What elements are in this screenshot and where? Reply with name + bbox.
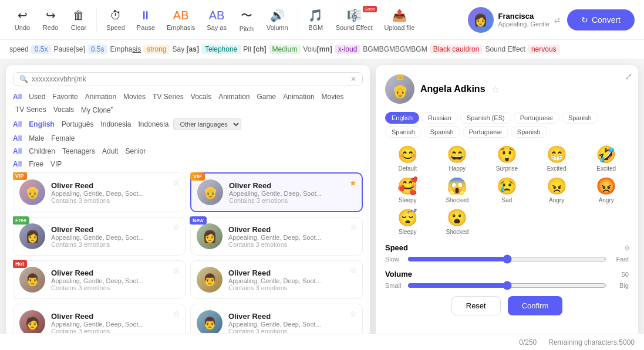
lang-spanish-1[interactable]: Spanish	[562, 112, 598, 124]
filter-all-price[interactable]: All	[13, 160, 22, 168]
volume-tag-value[interactable]: x-loud	[335, 45, 361, 54]
lang-russian[interactable]: Russian	[422, 112, 458, 124]
filter-tvseries[interactable]: TV Series	[150, 92, 186, 101]
filter-portugues[interactable]: Português	[59, 120, 96, 129]
bgm-tag-value[interactable]: Black cauldron	[430, 45, 483, 54]
clear-button[interactable]: 🗑 Clear	[66, 6, 92, 33]
filter-all-gender[interactable]: All	[13, 134, 22, 142]
clear-search-icon[interactable]: ✕	[350, 75, 356, 83]
filter-game[interactable]: Game	[255, 92, 279, 101]
emotion-sad[interactable]: 😢 Sad	[484, 176, 530, 203]
reset-button[interactable]: Reset	[451, 296, 501, 315]
emotion-default[interactable]: 😊 Default	[385, 145, 430, 172]
undo-button[interactable]: ↩ Undo	[9, 6, 35, 33]
emotion-excited-2[interactable]: 🤣 Excited	[584, 145, 629, 172]
convert-button[interactable]: ↻ Convert	[567, 9, 635, 30]
bgm-button[interactable]: 🎵 BGM	[303, 6, 329, 33]
volume-slider[interactable]	[407, 281, 606, 290]
filter-vocals2[interactable]: Vocals	[51, 105, 76, 114]
pitch-tag-value[interactable]: Medium	[269, 45, 301, 54]
confirm-button[interactable]: Confirm	[508, 296, 563, 315]
sayas-tag-value[interactable]: Telephone	[201, 45, 241, 54]
filter-all-age[interactable]: All	[13, 147, 22, 155]
redo-button[interactable]: ↪ Redo	[38, 6, 63, 33]
star-icon-3[interactable]: ☆	[173, 222, 180, 232]
filter-teenagers[interactable]: Teenagers	[60, 147, 97, 156]
filter-free[interactable]: Free	[26, 159, 46, 169]
emphasis-button[interactable]: AB Emphasis	[162, 6, 200, 33]
filter-used[interactable]: Used	[26, 92, 48, 101]
search-bar[interactable]: 🔍 ✕	[13, 72, 363, 86]
filter-adult[interactable]: Adult	[100, 147, 120, 156]
emotion-sleepy-2[interactable]: 😴 Sleepy	[385, 208, 430, 235]
favorite-star-icon[interactable]: ☆	[491, 84, 500, 95]
filter-movies2[interactable]: Movies	[319, 92, 346, 101]
lang-spanish-es[interactable]: Spanish (ES)	[460, 112, 511, 124]
filter-animation[interactable]: Animation	[83, 92, 119, 101]
lang-portuguese-2[interactable]: Portuguese	[463, 126, 508, 138]
voice-card-7[interactable]: 🧑 Oliver Reed Appealing, Gentle, Deep, S…	[13, 304, 186, 333]
speed-slider[interactable]	[407, 254, 606, 264]
star-icon-1[interactable]: ☆	[173, 178, 180, 187]
filter-vocals[interactable]: Vocals	[188, 92, 214, 101]
emotion-happy[interactable]: 😄 Happy	[435, 145, 480, 172]
filter-senior[interactable]: Senior	[123, 147, 148, 156]
emotion-angry-1[interactable]: 😠 Angry	[534, 176, 579, 203]
voice-card-1[interactable]: VIP 👴 Oliver Reed Appealing, Gentle, Dee…	[13, 172, 186, 212]
filter-female[interactable]: Female	[49, 134, 77, 143]
voice-card-5[interactable]: Hot 👨 Oliver Reed Appealing, Gentle, Dee…	[13, 260, 186, 299]
filter-indonesia2[interactable]: Indonesia	[136, 120, 171, 129]
other-languages-dropdown[interactable]: Other languages	[173, 118, 241, 130]
sayas-button[interactable]: AB Say as	[202, 6, 231, 33]
star-icon-8[interactable]: ☆	[350, 309, 358, 318]
lang-spanish-2[interactable]: Spanish	[385, 126, 422, 138]
filter-movies[interactable]: Movies	[121, 92, 148, 101]
emphasis-tag-value[interactable]: strong	[143, 45, 170, 54]
filter-children[interactable]: Children	[26, 147, 58, 156]
star-icon-4[interactable]: ☆	[350, 222, 358, 232]
filter-english[interactable]: English	[26, 120, 56, 129]
pause-tag-value[interactable]: 0.5s	[87, 45, 108, 54]
emotion-angry-2[interactable]: 😡 Angry	[584, 176, 629, 203]
expand-button[interactable]: ⤢	[625, 71, 632, 82]
star-icon-6[interactable]: ☆	[350, 266, 358, 275]
sfx-tag-value[interactable]: nervous	[528, 45, 560, 54]
lang-portuguese[interactable]: Portuguese	[514, 112, 559, 124]
speed-button[interactable]: ⏱ Speed	[102, 6, 130, 33]
lang-spanish-3[interactable]: Spanish	[424, 126, 460, 138]
search-input[interactable]	[32, 75, 347, 83]
star-icon-5[interactable]: ☆	[173, 266, 180, 275]
filter-indonesia[interactable]: Indonesia	[98, 120, 133, 129]
pause-button[interactable]: ⏸ Pause	[132, 6, 160, 33]
upload-file-button[interactable]: 📤 Upload file	[379, 6, 419, 33]
voice-card-8[interactable]: 👨 Oliver Reed Appealing, Gentle, Deep, S…	[190, 304, 363, 333]
lang-english[interactable]: English	[385, 112, 419, 124]
filter-male[interactable]: Male	[26, 134, 46, 143]
filter-all-category[interactable]: All	[13, 93, 22, 101]
sound-effect-button[interactable]: 🎼 Sound Effect Soon	[331, 6, 377, 33]
voice-card-4[interactable]: New 👩 Oliver Reed Appealing, Gentle, Dee…	[190, 217, 363, 256]
emotion-shocked-1[interactable]: 😱 Shocked	[435, 176, 480, 203]
excited2-emoji: 🤣	[596, 145, 616, 164]
filter-myclone[interactable]: My Clone•	[79, 104, 115, 115]
voice-card-6[interactable]: 👨 Oliver Reed Appealing, Gentle, Deep, S…	[190, 260, 363, 299]
speed-tag-value[interactable]: 0.5x	[31, 45, 52, 54]
emotion-shocked-2[interactable]: 😮 Shocked	[435, 208, 480, 235]
filter-tvseries2[interactable]: TV Series	[13, 105, 49, 114]
emotion-excited-1[interactable]: 😁 Excited	[534, 145, 579, 172]
lang-spanish-4[interactable]: Spanish	[511, 126, 547, 138]
emotion-sleepy-1[interactable]: 🥰 Sleepy	[385, 176, 430, 203]
voice-card-2[interactable]: VIP 👴 Oliver Reed Appealing, Gentle, Dee…	[190, 172, 363, 212]
filter-animation2[interactable]: Animation	[216, 92, 252, 101]
star-icon-7[interactable]: ☆	[173, 309, 180, 318]
filter-favorite[interactable]: Favorite	[50, 92, 80, 101]
volumn-button[interactable]: 🔊 Volumn	[262, 6, 293, 33]
pitch-button[interactable]: 〜 Pitch	[234, 5, 259, 35]
emotion-surprise[interactable]: 😲 Surprise	[484, 145, 530, 172]
filter-animation3[interactable]: Animation	[281, 92, 316, 101]
voice-card-3[interactable]: Free 👩 Oliver Reed Appealing, Gentle, De…	[13, 217, 186, 256]
star-icon-2[interactable]: ★	[349, 178, 357, 188]
filter-all-lang[interactable]: All	[13, 120, 22, 128]
filter-vip[interactable]: VIP	[48, 159, 64, 169]
current-voice-info[interactable]: 👩 Francisca Appealing, Gentle ⇄	[468, 7, 560, 33]
